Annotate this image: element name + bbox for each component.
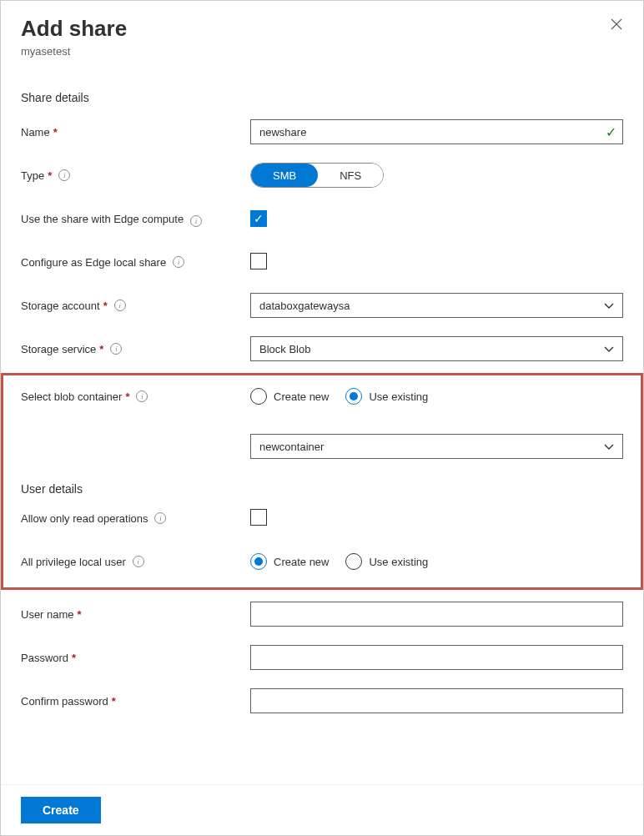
share-details-heading: Share details [21,91,623,104]
chevron-down-icon [604,345,614,355]
priv-user-radio-group: Create new Use existing [250,553,623,570]
info-icon[interactable]: i [154,512,166,524]
highlighted-region: Select blob container* i Create new Use … [1,373,643,590]
check-icon: ✓ [606,124,616,140]
blob-create-new-radio[interactable] [250,388,267,405]
user-name-label: User name* [21,608,250,621]
name-input[interactable] [250,119,623,144]
use-edge-compute-label: Use the share with Edge compute i [21,210,250,227]
info-icon[interactable]: i [114,300,126,311]
storage-account-select[interactable]: databoxgatewaysa [250,293,623,318]
configure-local-checkbox[interactable] [250,253,267,269]
user-use-existing-radio[interactable] [345,553,362,570]
type-smb-option[interactable]: SMB [251,164,318,187]
info-icon[interactable]: i [133,556,144,567]
allow-read-only-checkbox[interactable] [250,509,267,526]
storage-account-label: Storage account* i [21,300,250,312]
page-subtitle: myasetest [21,45,623,58]
password-label: Password* [21,652,250,664]
storage-service-label: Storage service* i [21,343,250,355]
configure-local-label: Configure as Edge local share i [21,256,250,269]
use-edge-compute-checkbox[interactable] [250,210,267,227]
close-button[interactable] [606,14,626,34]
info-icon[interactable]: i [190,215,202,227]
user-name-input[interactable] [250,602,623,627]
confirm-password-input[interactable] [250,688,623,713]
chevron-down-icon [604,301,614,311]
confirm-password-label: Confirm password* [21,695,250,708]
name-label: Name* [21,126,250,138]
password-input[interactable] [250,645,623,670]
type-label: Type* i [21,169,250,182]
storage-service-select[interactable]: Block Blob [250,336,623,361]
blob-use-existing-radio[interactable] [345,388,362,405]
type-nfs-option[interactable]: NFS [318,164,383,187]
user-details-heading: User details [21,482,623,496]
page-title: Add share [21,16,623,42]
info-icon[interactable]: i [110,343,122,355]
info-icon[interactable]: i [136,390,148,402]
info-icon[interactable]: i [173,256,184,268]
info-icon[interactable]: i [58,169,70,181]
allow-read-only-label: Allow only read operations i [21,512,250,525]
select-blob-label: Select blob container* i [21,390,250,403]
footer: Create [1,784,643,835]
all-priv-user-label: All privilege local user i [21,556,250,568]
blob-container-radio-group: Create new Use existing [250,388,623,405]
blob-container-select[interactable]: newcontainer [250,434,623,459]
chevron-down-icon [604,442,614,452]
add-share-panel: Add share myasetest Share details Name* … [0,0,644,836]
user-create-new-radio[interactable] [250,553,267,570]
create-button[interactable]: Create [21,797,101,823]
type-toggle: SMB NFS [250,163,384,188]
